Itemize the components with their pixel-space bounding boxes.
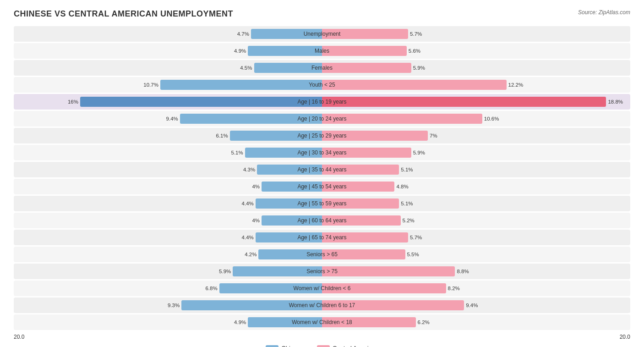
bar-left-value: 5.9% xyxy=(219,269,231,274)
bar-right-value: 5.7% xyxy=(410,31,422,37)
bar-center-label: Seniors > 75 xyxy=(306,268,338,275)
bar-center-label: Males xyxy=(315,48,329,54)
bar-right-value: 5.2% xyxy=(403,218,415,223)
bar-center-label: Age | 16 to 19 years xyxy=(297,99,346,105)
bar-left-value: 4.7% xyxy=(237,31,249,37)
bar-right-value: 9.4% xyxy=(466,303,478,308)
bar-pink xyxy=(322,63,411,73)
bar-center-label: Unemployment xyxy=(304,31,341,37)
bar-blue xyxy=(80,97,322,107)
bar-left-value: 9.3% xyxy=(168,303,180,308)
chart-title: CHINESE VS CENTRAL AMERICAN UNEMPLOYMENT xyxy=(14,9,233,19)
bar-center-label: Age | 30 to 34 years xyxy=(297,149,346,156)
bar-left-value: 6.1% xyxy=(216,133,228,138)
chart-rows-wrapper: 4.7% Unemployment 5.7% 4.9% Males 5.6% xyxy=(14,26,630,330)
bar-center-label: Age | 55 to 59 years xyxy=(297,200,346,207)
bar-row: 6.8% Women w/ Children < 6 8.2% xyxy=(14,281,630,296)
axis-labels: 20.0 20.0 xyxy=(14,334,630,340)
bar-row: 4.7% Unemployment 5.7% xyxy=(14,26,630,42)
legend-central-american-color xyxy=(317,345,330,347)
bar-row: 4% Age | 60 to 64 years 5.2% xyxy=(14,213,630,228)
bar-right-value: 8.2% xyxy=(448,286,460,291)
bar-center-label: Age | 60 to 64 years xyxy=(297,217,346,224)
bar-center-label: Age | 25 to 29 years xyxy=(297,132,346,139)
bar-right-value: 5.5% xyxy=(407,252,419,257)
bar-left-value: 4.4% xyxy=(242,235,254,240)
bar-center-label: Women w/ Children 6 to 17 xyxy=(289,302,355,308)
bar-row: 5.1% Age | 30 to 34 years 5.9% xyxy=(14,145,630,160)
bar-right-value: 4.8% xyxy=(396,184,408,189)
legend: Chinese Central American xyxy=(14,345,630,347)
bar-pink xyxy=(322,80,507,90)
bar-pink xyxy=(322,266,455,276)
bar-center-label: Age | 45 to 54 years xyxy=(297,183,346,190)
chart-source: Source: ZipAtlas.com xyxy=(578,9,630,16)
bar-pink xyxy=(322,97,606,107)
bar-row: 4.4% Age | 55 to 59 years 5.1% xyxy=(14,196,630,211)
bar-left-value: 4.3% xyxy=(243,167,255,172)
bar-center-label: Females xyxy=(311,65,333,71)
bar-center-label: Women w/ Children < 18 xyxy=(292,319,352,325)
bar-row: 4% Age | 45 to 54 years 4.8% xyxy=(14,179,630,194)
chart-header: CHINESE VS CENTRAL AMERICAN UNEMPLOYMENT… xyxy=(14,9,630,19)
bar-left-value: 4.9% xyxy=(234,48,246,54)
bar-right-value: 5.9% xyxy=(413,150,425,155)
bar-right-value: 18.8% xyxy=(608,99,623,105)
axis-right-label: 20.0 xyxy=(620,334,630,340)
axis-left-label: 20.0 xyxy=(14,334,24,340)
bar-right-value: 7% xyxy=(430,133,437,138)
bar-row: 6.1% Age | 25 to 29 years 7% xyxy=(14,128,630,143)
bar-right-value: 5.1% xyxy=(401,201,413,206)
bar-center-label: Seniors > 65 xyxy=(306,251,338,258)
bar-center-label: Age | 65 to 74 years xyxy=(297,234,346,241)
bar-left-value: 4.9% xyxy=(234,319,246,325)
bar-center-label: Age | 20 to 24 years xyxy=(297,116,346,122)
legend-chinese-label: Chinese xyxy=(281,345,303,347)
bar-left-value: 5.1% xyxy=(231,150,243,155)
bar-right-value: 6.2% xyxy=(418,319,430,325)
bar-row: 4.9% Women w/ Children < 18 6.2% xyxy=(14,314,630,330)
bar-right-value: 12.2% xyxy=(508,82,524,88)
bar-blue xyxy=(248,46,322,56)
bar-row: 4.2% Seniors > 65 5.5% xyxy=(14,247,630,262)
bar-center-label: Age | 35 to 44 years xyxy=(297,166,346,173)
legend-central-american: Central American xyxy=(317,345,378,347)
bar-row: 16% Age | 16 to 19 years 18.8% xyxy=(14,94,630,110)
bar-right-value: 10.6% xyxy=(484,116,499,121)
bar-row: 5.9% Seniors > 75 8.8% xyxy=(14,264,630,279)
bar-row: 10.7% Youth < 25 12.2% xyxy=(14,77,630,93)
legend-central-american-label: Central American xyxy=(333,345,378,347)
bar-left-value: 4% xyxy=(252,218,260,223)
bar-row: 4.4% Age | 65 to 74 years 5.7% xyxy=(14,230,630,245)
bar-left-value: 10.7% xyxy=(143,82,158,88)
bar-row: 4.9% Males 5.6% xyxy=(14,43,630,59)
bar-right-value: 5.7% xyxy=(410,235,422,240)
bar-right-value: 8.8% xyxy=(457,269,469,274)
bar-left-value: 4.5% xyxy=(240,65,252,71)
bar-center-label: Youth < 25 xyxy=(309,82,335,88)
chart-container: CHINESE VS CENTRAL AMERICAN UNEMPLOYMENT… xyxy=(0,0,644,347)
bar-left-value: 4.4% xyxy=(242,201,254,206)
bar-center-label: Women w/ Children < 6 xyxy=(294,285,351,292)
bar-row: 4.3% Age | 35 to 44 years 5.1% xyxy=(14,162,630,177)
bar-left-value: 4.2% xyxy=(245,252,257,257)
bar-pink xyxy=(322,46,407,56)
bar-left-value: 6.8% xyxy=(205,286,217,291)
bar-right-value: 5.9% xyxy=(413,65,425,71)
bar-right-value: 5.6% xyxy=(409,48,420,54)
bar-right-value: 5.1% xyxy=(401,167,413,172)
bar-left-value: 9.4% xyxy=(166,116,178,121)
bar-row: 4.5% Females 5.9% xyxy=(14,60,630,76)
bar-row: 9.4% Age | 20 to 24 years 10.6% xyxy=(14,111,630,127)
bar-row: 9.3% Women w/ Children 6 to 17 9.4% xyxy=(14,297,630,313)
legend-chinese: Chinese xyxy=(266,345,303,347)
bar-blue xyxy=(160,80,322,90)
bar-left-value: 4% xyxy=(252,184,260,189)
legend-chinese-color xyxy=(266,345,278,347)
bar-left-value: 16% xyxy=(68,99,78,105)
